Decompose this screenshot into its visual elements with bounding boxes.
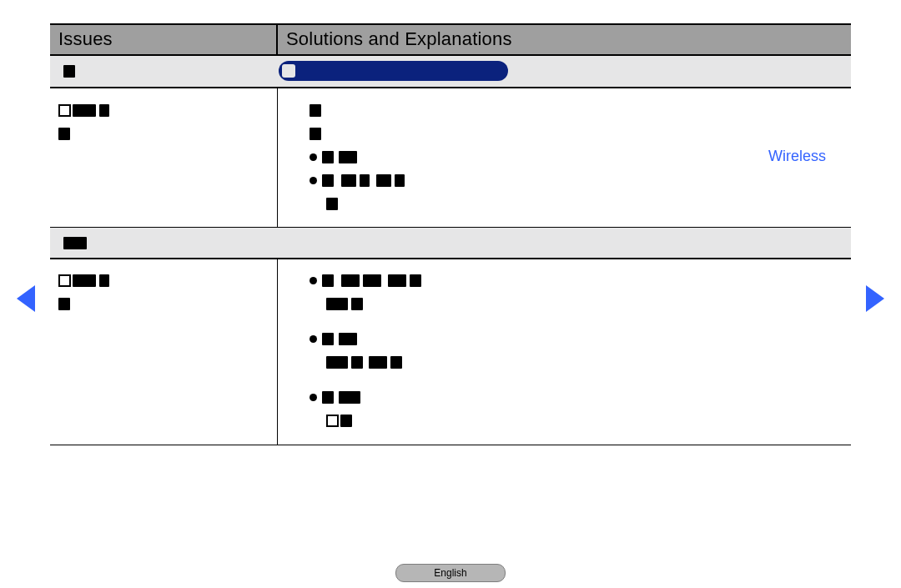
issue-cell <box>50 259 277 445</box>
group-pill <box>279 61 508 81</box>
wireless-link[interactable]: Wireless <box>768 145 826 167</box>
table-row: Wireless <box>50 88 851 228</box>
troubleshooting-table: Issues Solutions and Explanations <box>50 23 851 445</box>
header-solutions: Solutions and Explanations <box>277 24 851 55</box>
solution-cell <box>277 259 851 445</box>
table-row <box>50 259 851 445</box>
group-row <box>50 55 851 88</box>
language-button[interactable]: English <box>395 564 506 582</box>
header-issues: Issues <box>50 24 277 55</box>
group-row <box>50 228 851 259</box>
prev-arrow-icon[interactable] <box>17 285 35 312</box>
next-arrow-icon[interactable] <box>866 285 884 312</box>
solution-cell: Wireless <box>277 88 851 228</box>
issue-cell <box>50 88 277 228</box>
table: Issues Solutions and Explanations <box>50 23 851 445</box>
table-header: Issues Solutions and Explanations <box>50 24 851 55</box>
